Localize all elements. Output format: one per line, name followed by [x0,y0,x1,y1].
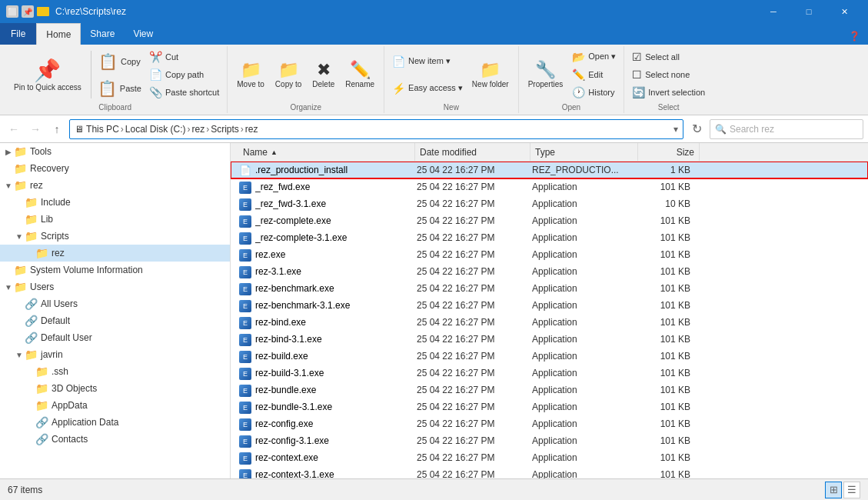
tree-item-lib[interactable]: 📁 Lib [0,211,230,228]
close-button[interactable]: ✕ [826,0,862,23]
pin-to-quick-access-button[interactable]: 📌 Pin to Quick access [8,48,88,102]
new-item-button[interactable]: 📄 New item ▾ [389,54,466,69]
expand-scripts[interactable]: ▼ [14,231,25,242]
tree-item-tools[interactable]: ▶ 📁 Tools [0,143,230,160]
expand-users[interactable]: ▼ [3,282,14,292]
open-button[interactable]: 📂 Open ▾ [569,49,619,65]
file-row[interactable]: E _rez-complete-3.1.exe 25 04 22 16:27 P… [231,229,868,246]
search-box[interactable]: 🔍 Search rez [710,119,863,139]
tree-item-default[interactable]: 🔗 Default [0,312,230,329]
expand-default[interactable] [14,315,25,326]
file-list[interactable]: 📄 .rez_production_install 25 04 22 16:27… [231,162,868,478]
delete-button[interactable]: ✖ Delete [308,60,339,90]
invert-selection-button[interactable]: 🔄 Invert selection [629,85,708,100]
back-button[interactable]: ← [5,120,23,138]
easy-access-button[interactable]: ⚡ Easy access ▾ [389,81,466,96]
file-row[interactable]: E rez-context-3.1.exe 25 04 22 16:27 PM … [231,466,868,478]
tree-item-users[interactable]: ▼ 📁 Users [0,278,230,295]
exe-icon: E [239,452,251,465]
col-header-type[interactable]: Type [530,143,638,161]
file-row[interactable]: E rez-bundle.exe 25 04 22 16:27 PM Appli… [231,382,868,398]
up-button[interactable]: ↑ [48,120,66,138]
expand-rez[interactable]: ▼ [3,180,14,191]
tree-item-3dobjects[interactable]: 📁 3D Objects [0,380,230,397]
file-row[interactable]: E rez-3.1.exe 25 04 22 16:27 PM Applicat… [231,263,868,280]
expand-recovery[interactable] [3,163,14,174]
file-row[interactable]: E _rez-complete.exe 25 04 22 16:27 PM Ap… [231,212,868,229]
tree-item-allusers[interactable]: 🔗 All Users [0,295,230,312]
help-button[interactable]: ❓ [841,28,868,45]
expand-allusers[interactable] [14,298,25,309]
expand-include[interactable] [14,197,25,208]
select-all-button[interactable]: ☑ Select all [629,49,708,65]
file-row[interactable]: E rez-bundle-3.1.exe 25 04 22 16:27 PM A… [231,398,868,415]
file-row[interactable]: E rez.exe 25 04 22 16:27 PM Application … [231,246,868,263]
tree-item-rez[interactable]: ▼ 📁 rez [0,177,230,194]
file-row[interactable]: E rez-benchmark.exe 25 04 22 16:27 PM Ap… [231,280,868,297]
expand-lib[interactable] [14,214,25,225]
file-row[interactable]: E _rez_fwd.exe 25 04 22 16:27 PM Applica… [231,178,868,195]
tree-item-javrin[interactable]: ▼ 📁 javrin [0,346,230,363]
tab-file[interactable]: File [0,23,36,45]
tree-item-recovery[interactable]: 📁 Recovery [0,160,230,177]
col-header-date[interactable]: Date modified [415,143,530,161]
cut-button[interactable]: ✂️ Cut [146,49,222,65]
properties-button[interactable]: 🔧 Properties [524,60,568,90]
address-path[interactable]: 🖥 This PC › Local Disk (C:) › rez › Scri… [69,119,683,139]
path-dropdown-icon[interactable]: ▾ [673,124,678,135]
copy-path-button[interactable]: 📄 Copy path [146,67,222,82]
expand-appdata[interactable] [25,400,35,411]
tree-item-rez-selected[interactable]: 📁 rez [0,245,230,262]
forward-button[interactable]: → [26,120,45,138]
expand-svi[interactable] [3,265,14,275]
history-button[interactable]: 🕐 History [569,85,619,100]
tree-item-contacts[interactable]: 🔗 Contacts [0,431,230,448]
col-header-size[interactable]: Size [638,143,700,161]
file-row[interactable]: E rez-build-3.1.exe 25 04 22 16:27 PM Ap… [231,365,868,382]
expand-contacts[interactable] [25,434,35,445]
new-folder-button[interactable]: 📁 New folder [467,60,514,90]
tab-share[interactable]: Share [81,23,124,45]
copy-to-button[interactable]: 📁 Copy to [271,60,306,90]
file-row[interactable]: E rez-build.exe 25 04 22 16:27 PM Applic… [231,348,868,365]
details-view-button[interactable]: ☰ [843,482,860,498]
minimize-button[interactable]: ─ [756,0,791,23]
expand-tools[interactable]: ▶ [3,146,14,157]
list-view-button[interactable]: ⊞ [825,482,842,498]
refresh-button[interactable]: ↻ [687,119,707,139]
col-header-name[interactable]: Name ▲ [238,143,415,161]
file-row[interactable]: E rez-bind.exe 25 04 22 16:27 PM Applica… [231,314,868,331]
tree-item-scripts[interactable]: ▼ 📁 Scripts [0,228,230,245]
file-name: rez-build-3.1.exe [255,368,417,378]
tree-item-include[interactable]: 📁 Include [0,194,230,211]
folder-tools-icon: 📁 [14,145,27,158]
tab-view[interactable]: View [124,23,162,45]
rename-button[interactable]: ✏️ Rename [341,60,379,90]
file-row[interactable]: 📄 .rez_production_install 25 04 22 16:27… [231,162,868,178]
copy-button[interactable]: 📋 Copy [95,48,145,75]
tree-item-defaultuser[interactable]: 🔗 Default User [0,329,230,346]
move-to-button[interactable]: 📁 Move to [232,60,269,90]
tab-home[interactable]: Home [36,23,81,45]
expand-3dobjects[interactable] [25,383,35,394]
file-row[interactable]: E rez-config.exe 25 04 22 16:27 PM Appli… [231,415,868,432]
tree-item-ssh[interactable]: 📁 .ssh [0,363,230,380]
expand-appdata2[interactable] [25,417,35,428]
file-row[interactable]: E rez-config-3.1.exe 25 04 22 16:27 PM A… [231,432,868,449]
file-row[interactable]: E _rez_fwd-3.1.exe 25 04 22 16:27 PM App… [231,195,868,212]
file-row[interactable]: E rez-benchmark-3.1.exe 25 04 22 16:27 P… [231,297,868,314]
tree-item-appdata2[interactable]: 🔗 Application Data [0,414,230,431]
tree-item-svi[interactable]: 📁 System Volume Information [0,262,230,278]
select-none-button[interactable]: ☐ Select none [629,67,708,82]
expand-javrin[interactable]: ▼ [14,349,25,360]
expand-rez2[interactable] [25,248,35,258]
paste-shortcut-button[interactable]: 📎 Paste shortcut [146,85,222,100]
tree-item-appdata[interactable]: 📁 AppData [0,397,230,414]
expand-defaultuser[interactable] [14,332,25,343]
expand-ssh[interactable] [25,366,35,377]
file-row[interactable]: E rez-context.exe 25 04 22 16:27 PM Appl… [231,449,868,466]
file-row[interactable]: E rez-bind-3.1.exe 25 04 22 16:27 PM App… [231,331,868,348]
maximize-button[interactable]: □ [791,0,826,23]
paste-button[interactable]: 📋 Paste [95,75,145,102]
edit-button[interactable]: ✏️ Edit [569,67,619,82]
